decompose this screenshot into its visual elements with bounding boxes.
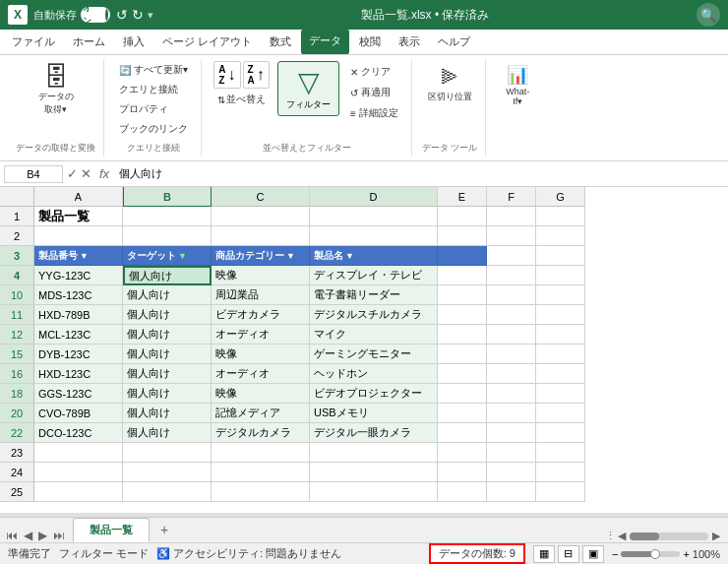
cell-f23[interactable] xyxy=(487,443,536,463)
cell-b2[interactable] xyxy=(123,226,212,246)
zoom-slider-thumb[interactable] xyxy=(650,549,660,559)
sheet-nav-prev[interactable]: ◀ xyxy=(22,529,34,542)
cell-a23[interactable] xyxy=(34,443,123,463)
menu-insert[interactable]: 挿入 xyxy=(115,31,152,53)
menu-review[interactable]: 校閲 xyxy=(351,31,389,53)
menu-formulas[interactable]: 数式 xyxy=(262,31,299,53)
cell-e-18[interactable] xyxy=(438,384,487,404)
cell-a-15[interactable]: DYB-123C xyxy=(34,345,123,364)
cell-c-16[interactable]: オーディオ xyxy=(212,364,310,384)
cell-c2[interactable] xyxy=(212,226,310,246)
cell-f-15[interactable] xyxy=(487,345,536,364)
menu-view[interactable]: 表示 xyxy=(391,31,428,53)
cell-c-20[interactable]: 記憶メディア xyxy=(212,404,310,423)
sheet-nav-last[interactable]: ⏭ xyxy=(51,529,67,542)
row-header-24[interactable]: 24 xyxy=(0,463,34,482)
cell-f-22[interactable] xyxy=(487,423,536,443)
cell-d-15[interactable]: ゲーミングモニター xyxy=(310,345,438,364)
cell-b-18[interactable]: 個人向け xyxy=(123,384,212,404)
cell-b23[interactable] xyxy=(123,443,212,463)
row-header-4[interactable]: 4 xyxy=(0,266,34,285)
cell-g-15[interactable] xyxy=(536,345,585,364)
cell-reference-input[interactable] xyxy=(4,165,63,183)
reapply-button[interactable]: ↺ 再適用 xyxy=(345,84,403,101)
cell-d1[interactable] xyxy=(310,207,438,226)
cell-g-20[interactable] xyxy=(536,404,585,423)
cell-c-10[interactable]: 周辺業品 xyxy=(212,285,310,305)
whatif-button[interactable]: 📊 What-If▾ xyxy=(498,61,537,109)
clear-button[interactable]: ✕ クリア xyxy=(345,63,403,81)
cell-c-22[interactable]: デジタルカメラ xyxy=(212,423,310,443)
cell-f-20[interactable] xyxy=(487,404,536,423)
search-button[interactable]: 🔍 xyxy=(697,3,720,27)
cell-d24[interactable] xyxy=(310,463,438,482)
zoom-out-button[interactable]: − xyxy=(612,548,618,560)
cell-c25[interactable] xyxy=(212,482,310,502)
cell-c24[interactable] xyxy=(212,463,310,482)
cell-b-15[interactable]: 個人向け xyxy=(123,345,212,364)
cell-e-11[interactable] xyxy=(438,305,487,325)
row-header-20[interactable]: 20 xyxy=(0,404,34,423)
cell-f-18[interactable] xyxy=(487,384,536,404)
cell-g-12[interactable] xyxy=(536,325,585,345)
book-links-button[interactable]: ブックのリンク xyxy=(114,120,193,138)
cell-b-11[interactable]: 個人向け xyxy=(123,305,212,325)
cell-g1[interactable] xyxy=(536,207,585,226)
cell-d-20[interactable]: USBメモリ xyxy=(310,404,438,423)
col-header-d[interactable]: D xyxy=(310,187,438,207)
cell-g3[interactable] xyxy=(536,246,585,266)
cell-e-20[interactable] xyxy=(438,404,487,423)
cell-d25[interactable] xyxy=(310,482,438,502)
cell-g-22[interactable] xyxy=(536,423,585,443)
cell-a-16[interactable]: HXD-123C xyxy=(34,364,123,384)
text-to-columns-button[interactable]: ⫸ 区切り位置 xyxy=(423,61,477,106)
cell-d-12[interactable]: マイク xyxy=(310,325,438,345)
filter-button[interactable]: ▽ フィルター xyxy=(277,61,339,116)
sort-button[interactable]: ⇅ 並べ替え xyxy=(212,91,272,108)
cell-a1[interactable]: 製品一覧 xyxy=(34,207,123,226)
cell-g-10[interactable] xyxy=(536,285,585,305)
row-header-15[interactable]: 15 xyxy=(0,345,34,364)
cell-a2[interactable] xyxy=(34,226,123,246)
cell-a-11[interactable]: HXD-789B xyxy=(34,305,123,325)
row-header-22[interactable]: 22 xyxy=(0,423,34,443)
menu-data[interactable]: データ xyxy=(301,30,349,54)
cell-c-11[interactable]: ビデオカメラ xyxy=(212,305,310,325)
cell-a-22[interactable]: DCO-123C xyxy=(34,423,123,443)
cell-b-16[interactable]: 個人向け xyxy=(123,364,212,384)
cell-f2[interactable] xyxy=(487,226,536,246)
cell-e1[interactable] xyxy=(438,207,487,226)
cell-e24[interactable] xyxy=(438,463,487,482)
cell-e-16[interactable] xyxy=(438,364,487,384)
cell-f-10[interactable] xyxy=(487,285,536,305)
cell-b1[interactable] xyxy=(123,207,212,226)
cell-d-22[interactable]: デジタル一眼カメラ xyxy=(310,423,438,443)
row-header-12[interactable]: 12 xyxy=(0,325,34,345)
cell-d4[interactable]: ディスプレイ・テレビ xyxy=(310,266,438,285)
cell-e23[interactable] xyxy=(438,443,487,463)
col-header-c[interactable]: C xyxy=(212,187,310,207)
cell-g-11[interactable] xyxy=(536,305,585,325)
cell-e-12[interactable] xyxy=(438,325,487,345)
cell-a4[interactable]: YYG-123C xyxy=(34,266,123,285)
sheet-nav-next[interactable]: ▶ xyxy=(36,529,49,542)
col-header-f[interactable]: F xyxy=(487,187,536,207)
formula-input[interactable] xyxy=(117,166,724,182)
normal-view-button[interactable]: ▦ xyxy=(533,545,555,563)
sheet-scrollbar[interactable] xyxy=(630,533,708,540)
cell-e-10[interactable] xyxy=(438,285,487,305)
cell-f-16[interactable] xyxy=(487,364,536,384)
menu-page-layout[interactable]: ページ レイアウト xyxy=(154,31,260,53)
cell-f-12[interactable] xyxy=(487,325,536,345)
page-break-view-button[interactable]: ▣ xyxy=(582,545,604,563)
cell-d3-header[interactable]: 製品名 ▼ xyxy=(310,246,438,266)
sheet-tab-products[interactable]: 製品一覧 xyxy=(73,518,150,542)
cell-a-20[interactable]: CVO-789B xyxy=(34,404,123,423)
cell-f1[interactable] xyxy=(487,207,536,226)
cell-b25[interactable] xyxy=(123,482,212,502)
cell-b-10[interactable]: 個人向け xyxy=(123,285,212,305)
cell-c1[interactable] xyxy=(212,207,310,226)
query-connection-button[interactable]: クエリと接続 xyxy=(114,81,183,98)
get-data-button[interactable]: 🗄 データの取得▾ xyxy=(33,61,79,119)
cell-a-10[interactable]: MDS-123C xyxy=(34,285,123,305)
